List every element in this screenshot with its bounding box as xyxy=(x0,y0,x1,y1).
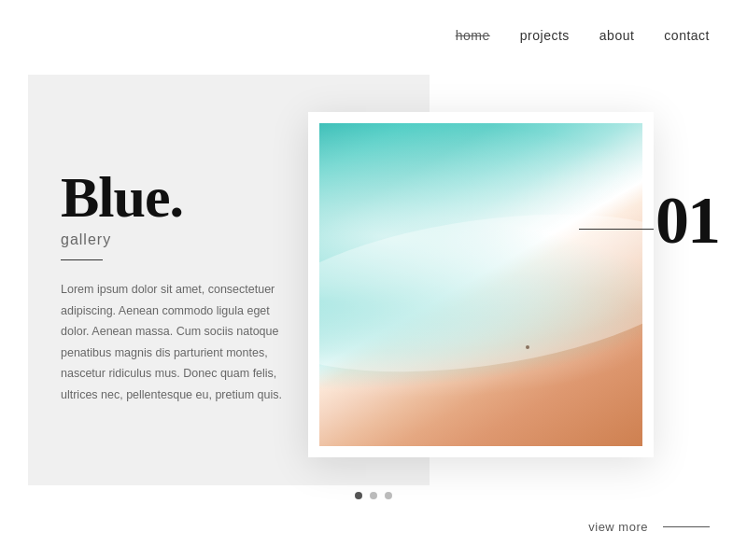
nav-about[interactable]: about xyxy=(599,28,635,43)
person-indicator xyxy=(526,345,529,349)
pagination-dot-1[interactable] xyxy=(355,492,362,499)
view-more-label: view more xyxy=(588,520,648,534)
gallery-subtitle: gallery xyxy=(61,231,285,248)
pagination-dot-2[interactable] xyxy=(370,492,377,499)
slide-number: 01 xyxy=(655,182,719,259)
main-nav: home projects about contact xyxy=(418,0,747,71)
beach-image xyxy=(319,123,642,446)
pagination-dot-3[interactable] xyxy=(385,492,392,499)
slide-number-line xyxy=(579,229,654,230)
gallery-title: Blue. xyxy=(61,168,285,226)
hero-image-frame xyxy=(308,112,654,457)
pagination xyxy=(355,492,392,499)
view-more-button[interactable]: view more xyxy=(588,520,710,534)
title-underline xyxy=(61,259,103,260)
nav-contact[interactable]: contact xyxy=(664,28,710,43)
view-more-line xyxy=(663,526,710,527)
gallery-description: Lorem ipsum dolor sit amet, consectetuer… xyxy=(61,279,285,405)
nav-home[interactable]: home xyxy=(456,28,490,43)
hero-content: Blue. gallery Lorem ipsum dolor sit amet… xyxy=(61,168,285,405)
nav-projects[interactable]: projects xyxy=(520,28,570,43)
